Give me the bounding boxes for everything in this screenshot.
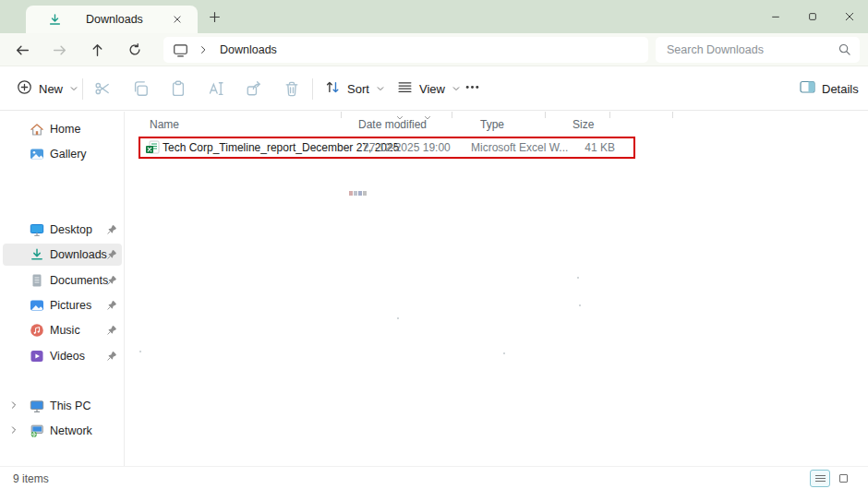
file-explorer-window: Downloads (0, 0, 868, 489)
sidebar-item-pictures[interactable]: Pictures (3, 294, 122, 316)
pin-icon (106, 275, 117, 286)
network-icon (30, 423, 44, 438)
excel-file-icon (145, 140, 160, 159)
sidebar-item-downloads[interactable]: Downloads (3, 244, 122, 266)
minimize-button[interactable] (757, 0, 794, 33)
sort-button-label: Sort (347, 82, 369, 96)
file-date-modified: 27-12-2025 19:00 (363, 141, 451, 154)
download-icon (48, 13, 62, 27)
column-separator[interactable] (609, 112, 610, 118)
sidebar-item-label: Home (50, 123, 80, 136)
pin-icon (106, 224, 117, 235)
gallery-icon (30, 147, 44, 161)
breadcrumb-bar[interactable]: Downloads (163, 37, 648, 63)
details-button[interactable]: Details (794, 67, 864, 110)
sidebar-item-label: Network (50, 424, 92, 437)
sidebar-item-music[interactable]: Music (3, 319, 122, 341)
chevron-down-icon (376, 82, 385, 96)
sidebar-item-home[interactable]: Home (3, 118, 122, 140)
home-icon (30, 122, 44, 137)
ellipsis-icon (464, 79, 480, 99)
render-artifact (577, 277, 579, 279)
command-toolbar: New (0, 67, 868, 111)
paste-button[interactable] (164, 75, 192, 102)
close-window-button[interactable] (831, 0, 868, 33)
sidebar-item-label: Videos (50, 350, 85, 363)
column-header-date-modified[interactable]: Date modified (358, 118, 427, 131)
tab-downloads[interactable]: Downloads (26, 6, 198, 33)
column-header-type[interactable]: Type (480, 118, 504, 131)
sort-icon (325, 79, 341, 98)
sidebar-item-gallery[interactable]: Gallery (3, 143, 122, 165)
pin-icon (106, 325, 117, 336)
expand-chevron-icon[interactable] (9, 425, 18, 435)
column-separator[interactable] (672, 112, 673, 118)
file-list-pane: Name Date modified Type Size Tech Corp_T… (126, 112, 868, 466)
breadcrumb-item-downloads[interactable]: Downloads (220, 43, 277, 56)
refresh-button[interactable] (122, 37, 148, 63)
this-pc-icon (30, 399, 44, 413)
tab-close-button[interactable] (170, 12, 185, 27)
render-artifact (139, 351, 141, 352)
chevron-right-icon (198, 44, 209, 55)
search-input[interactable] (667, 37, 833, 63)
share-button[interactable] (240, 75, 268, 102)
render-artifact (503, 352, 505, 354)
rename-button[interactable] (202, 75, 230, 102)
sidebar-item-label: Desktop (50, 223, 92, 236)
column-separator[interactable] (341, 112, 342, 118)
file-row-excel-report[interactable]: Tech Corp_Timeline_report_December 27, 2… (139, 137, 635, 159)
column-header-size[interactable]: Size (573, 118, 594, 131)
videos-icon (30, 349, 44, 364)
details-button-label: Details (822, 82, 859, 96)
sidebar-item-label: Gallery (50, 148, 87, 161)
column-separator[interactable] (452, 112, 452, 118)
new-button[interactable]: New (11, 67, 84, 110)
up-button[interactable] (84, 37, 110, 63)
window-controls (757, 0, 868, 33)
sidebar-item-this-pc[interactable]: This PC (3, 395, 122, 417)
item-count: 9 items (13, 472, 49, 485)
large-icons-view-icon (839, 474, 848, 483)
new-tab-button[interactable] (207, 9, 222, 24)
cut-button[interactable] (89, 75, 116, 102)
maximize-button[interactable] (794, 0, 831, 33)
render-artifact (579, 304, 581, 306)
expand-chevron-icon[interactable] (9, 400, 18, 410)
details-pane-icon (800, 80, 815, 97)
view-button[interactable]: View (392, 67, 466, 110)
column-header-name[interactable]: Name (150, 118, 179, 131)
copy-button[interactable] (127, 75, 154, 102)
large-icons-view-toggle[interactable] (833, 470, 853, 487)
sidebar-item-label: Pictures (50, 299, 91, 312)
pin-icon (106, 351, 117, 362)
view-icon (397, 79, 413, 98)
sidebar-item-desktop[interactable]: Desktop (3, 219, 122, 241)
pictures-icon (30, 298, 44, 313)
sort-button[interactable]: Sort (319, 67, 391, 110)
this-pc-icon (173, 43, 188, 57)
status-bar: 9 items (0, 466, 868, 489)
titlebar: Downloads (0, 0, 868, 33)
sidebar-item-network[interactable]: Network (3, 420, 122, 442)
delete-button[interactable] (278, 75, 306, 102)
view-toggles (810, 470, 853, 487)
navigation-pane: Home Gallery Desktop (0, 112, 125, 466)
details-view-icon (815, 473, 826, 483)
details-view-toggle[interactable] (810, 470, 830, 487)
forward-button[interactable] (46, 37, 72, 63)
new-button-label: New (39, 82, 63, 96)
render-artifact (397, 317, 399, 319)
sidebar-item-videos[interactable]: Videos (3, 345, 122, 367)
toolbar-divider (82, 78, 83, 100)
sidebar-item-label: Downloads (50, 248, 107, 261)
back-button[interactable] (9, 37, 35, 63)
plus-circle-icon (17, 79, 32, 98)
sidebar-item-documents[interactable]: Documents (3, 269, 122, 292)
more-options-button[interactable] (458, 75, 486, 102)
navigation-bar: Downloads (0, 33, 868, 66)
pin-icon (106, 300, 117, 311)
search-box (656, 37, 860, 63)
column-separator[interactable] (545, 112, 546, 118)
sidebar-item-label: This PC (50, 400, 90, 412)
